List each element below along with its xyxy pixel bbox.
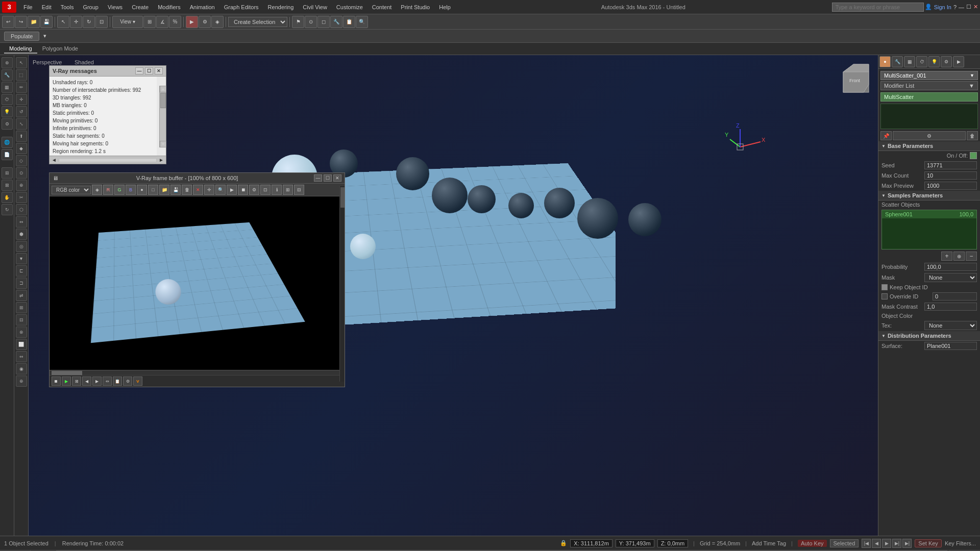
vray-messages-restore[interactable]: ☐	[145, 67, 153, 74]
auto-key-button[interactable]: Auto Key	[798, 540, 827, 547]
scatter-remove-btn[interactable]: −	[966, 252, 977, 261]
vray-messages-title-bar[interactable]: V-Ray messages — ☐ ✕	[50, 66, 166, 77]
menu-item-views[interactable]: Views	[104, 3, 127, 11]
tool-symmetry[interactable]: ⇔	[16, 351, 27, 362]
probability-input[interactable]	[924, 263, 977, 271]
vray-fb-restore[interactable]: ☐	[324, 174, 332, 182]
fb-btn-folder[interactable]: 📁	[159, 185, 169, 195]
key-filters-btn[interactable]: Key Filters...	[945, 540, 976, 546]
tex-dropdown[interactable]: None	[924, 321, 977, 330]
tool-align[interactable]: ⊞	[16, 302, 27, 313]
scroll-up-arrow[interactable]: ▲	[160, 86, 166, 92]
menu-item-group[interactable]: Group	[79, 3, 103, 11]
mod-delete-btn[interactable]: 🗑	[967, 131, 978, 140]
create-selection-dropdown[interactable]: Create Selection	[228, 17, 287, 27]
menu-item-customize[interactable]: Customize	[332, 3, 367, 11]
mod-pin-btn[interactable]: 📌	[880, 131, 892, 140]
mask-dropdown[interactable]: None	[924, 273, 977, 282]
panel-icon-util[interactable]: ⚙	[941, 56, 952, 67]
redo-button[interactable]: ↪	[15, 16, 27, 28]
fb-vfb-history[interactable]: 📋	[113, 377, 122, 386]
scene-explorer-btn[interactable]: 🌐	[2, 137, 13, 148]
keep-object-id-check[interactable]	[881, 284, 888, 290]
menu-item-edit[interactable]: Edit	[38, 3, 56, 11]
color-mode-dropdown[interactable]: RGB color	[52, 186, 91, 194]
fb-btn-1[interactable]: ◈	[92, 185, 102, 195]
tool-mirror[interactable]: ⇌	[16, 290, 27, 301]
fb-btn-zoom-in[interactable]: 🔍	[215, 185, 226, 195]
tool-array[interactable]: ⊟	[16, 314, 27, 325]
fb-vray-logo[interactable]: V	[133, 377, 142, 386]
tb-misc-3[interactable]: ◻	[317, 16, 330, 28]
fb-btn-move[interactable]: ✛	[204, 185, 214, 195]
menu-item-modifiers[interactable]: Modifiers	[154, 3, 185, 11]
vray-messages-window[interactable]: V-Ray messages — ☐ ✕ Unshaded rays: 0 Nu…	[49, 65, 166, 164]
fb-btn-stop[interactable]: ⏹	[238, 185, 248, 195]
populate-options-button[interactable]: ▾	[43, 33, 54, 39]
tool-collapse[interactable]: ▼	[16, 253, 27, 264]
orbit-cube[interactable]: Front	[838, 59, 874, 95]
tool-attach[interactable]: ⊐	[16, 278, 27, 289]
vray-fb-hscroll[interactable]	[50, 370, 345, 375]
hierarchy-panel-btn[interactable]: ▦	[2, 82, 13, 93]
open-file-button[interactable]: 📁	[28, 16, 40, 28]
vray-framebuffer-title-bar[interactable]: 🖥 V-Ray frame buffer - [100% of 800 x 60…	[50, 173, 345, 184]
scale-button[interactable]: ⊡	[95, 16, 108, 28]
menu-item-civil-view[interactable]: Civil View	[299, 3, 331, 11]
save-button[interactable]: 💾	[40, 16, 53, 28]
override-id-check[interactable]	[881, 293, 888, 299]
tool-bridge[interactable]: ⇔	[16, 216, 27, 228]
sign-in-link[interactable]: Sign In	[934, 4, 951, 10]
vray-fb-minimize[interactable]: —	[314, 174, 322, 182]
tool-pro-boolean[interactable]: ⊗	[16, 327, 27, 338]
fb-btn-r[interactable]: R	[103, 185, 113, 195]
panel-icon-arrow-right[interactable]: ▶	[953, 56, 964, 67]
fb-btn-clamp[interactable]: ⊡	[260, 185, 271, 195]
scroll-thumb[interactable]	[160, 93, 166, 108]
tool-ring[interactable]: ⊕	[16, 180, 27, 191]
time-tag-button[interactable]: Add Time Tag	[752, 540, 786, 546]
ref-coord-button[interactable]: View ▾	[112, 16, 143, 28]
fb-compare[interactable]: ⇔	[103, 377, 112, 386]
tool-select[interactable]: ↖	[16, 57, 27, 68]
material-editor-button[interactable]: ◈	[211, 16, 224, 28]
tool-extra[interactable]: ⊕	[16, 375, 27, 387]
play-btn[interactable]: ▶	[882, 539, 891, 548]
goto-start-btn[interactable]: |◀	[862, 539, 871, 548]
fb-btn-save[interactable]: 💾	[170, 185, 181, 195]
tool-weld[interactable]: ⬢	[16, 229, 27, 240]
menu-item-create[interactable]: Create	[128, 3, 153, 11]
tool-chamfer[interactable]: ◇	[16, 155, 27, 166]
search-input[interactable]	[832, 3, 924, 12]
tool-shell[interactable]: ⬜	[16, 339, 27, 350]
scatter-item-sphere001[interactable]: Sphere001 100,0	[882, 210, 976, 218]
panel-icon-modify[interactable]: 🔧	[892, 56, 903, 67]
vray-framebuffer-window[interactable]: 🖥 V-Ray frame buffer - [100% of 800 x 60…	[49, 172, 345, 387]
scroll-left-btn[interactable]: ◄	[52, 157, 57, 163]
scatter-copy-btn[interactable]: ⊕	[953, 252, 965, 261]
layer-explorer-btn[interactable]: 📄	[2, 149, 13, 160]
base-params-header[interactable]: Base Parameters	[878, 141, 980, 151]
fb-step-fwd[interactable]: ▶	[92, 377, 102, 386]
pan-view-btn[interactable]: ✋	[2, 192, 13, 203]
tab-polygon-mode[interactable]: Polygon Mode	[37, 44, 83, 54]
close-icon[interactable]: ✕	[973, 4, 978, 10]
menu-item-print-studio[interactable]: Print Studio	[397, 3, 434, 11]
tool-paint[interactable]: ✏	[16, 82, 27, 93]
surface-input[interactable]	[924, 342, 977, 350]
help-icon[interactable]: ?	[953, 4, 957, 10]
mask-contrast-input[interactable]	[924, 303, 977, 311]
render-setup-button[interactable]: ⚙	[199, 16, 211, 28]
next-frame-btn[interactable]: ▶|	[892, 539, 901, 548]
tb-misc-5[interactable]: 📋	[343, 16, 355, 28]
selected-mode-dropdown[interactable]: Selected	[830, 539, 859, 547]
modifier-name-field[interactable]: MultiScatter_001 ▼	[880, 71, 978, 80]
dist-params-header[interactable]: Distribution Parameters	[878, 331, 980, 341]
fb-btn-info[interactable]: ℹ	[272, 185, 282, 195]
menu-item-file[interactable]: File	[19, 3, 37, 11]
fb-btn-circle[interactable]: ●	[137, 185, 147, 195]
tool-rotate[interactable]: ↺	[16, 106, 27, 117]
fb-play-stop[interactable]: ⏹	[52, 377, 61, 386]
vray-fb-vscroll-thumb[interactable]	[340, 187, 345, 208]
tool-loop[interactable]: ⊙	[16, 167, 27, 179]
